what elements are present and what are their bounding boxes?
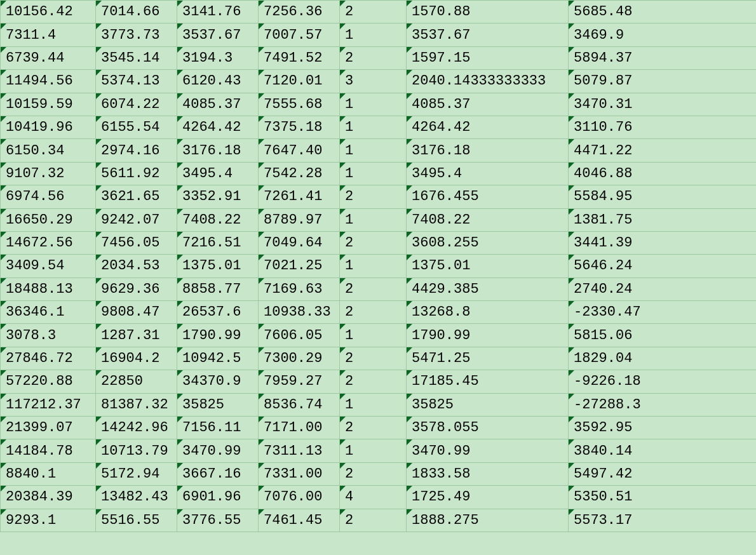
cell[interactable]: 4264.42 bbox=[407, 116, 569, 138]
cell[interactable]: 1375.01 bbox=[177, 255, 259, 278]
cell[interactable]: 1 bbox=[340, 208, 407, 231]
cell[interactable]: 5497.42 bbox=[569, 462, 757, 485]
cell[interactable]: 3773.73 bbox=[96, 23, 177, 46]
cell[interactable]: 13482.43 bbox=[96, 486, 177, 509]
cell[interactable]: 7542.28 bbox=[259, 162, 340, 185]
cell[interactable]: 7647.40 bbox=[259, 139, 340, 162]
cell[interactable]: 3537.67 bbox=[177, 23, 259, 46]
cell[interactable]: 6155.54 bbox=[96, 116, 177, 138]
cell[interactable]: 4 bbox=[340, 486, 407, 509]
cell[interactable]: 7606.05 bbox=[259, 324, 340, 347]
cell[interactable]: 7014.66 bbox=[96, 1, 177, 23]
cell[interactable]: 5815.06 bbox=[569, 324, 757, 347]
cell[interactable]: 8858.77 bbox=[177, 278, 259, 300]
cell[interactable]: 3495.4 bbox=[407, 162, 569, 185]
cell[interactable]: 1 bbox=[340, 439, 407, 462]
cell[interactable]: 3667.16 bbox=[177, 462, 259, 485]
cell[interactable]: 14672.56 bbox=[1, 231, 96, 254]
cell[interactable]: 7491.52 bbox=[259, 46, 340, 69]
cell[interactable]: 1570.88 bbox=[407, 1, 569, 23]
cell[interactable]: 8536.74 bbox=[259, 393, 340, 416]
cell[interactable]: 2974.16 bbox=[96, 139, 177, 162]
cell[interactable]: 1725.49 bbox=[407, 486, 569, 509]
cell[interactable]: 2 bbox=[340, 462, 407, 485]
cell[interactable]: 26537.6 bbox=[177, 301, 259, 324]
cell[interactable]: 7375.18 bbox=[259, 116, 340, 138]
cell[interactable]: 34370.9 bbox=[177, 370, 259, 393]
cell[interactable]: 2 bbox=[340, 46, 407, 69]
cell[interactable]: 36346.1 bbox=[1, 301, 96, 324]
cell[interactable]: 6150.34 bbox=[1, 139, 96, 162]
cell[interactable]: 3176.18 bbox=[407, 139, 569, 162]
cell[interactable]: 7300.29 bbox=[259, 347, 340, 370]
cell[interactable]: 1 bbox=[340, 162, 407, 185]
cell[interactable]: 3578.055 bbox=[407, 417, 569, 439]
cell[interactable]: 7049.64 bbox=[259, 231, 340, 254]
cell[interactable]: 3469.9 bbox=[569, 23, 757, 46]
cell[interactable]: 2 bbox=[340, 185, 407, 208]
cell[interactable]: 9242.07 bbox=[96, 208, 177, 231]
cell[interactable]: 7461.45 bbox=[259, 509, 340, 532]
cell[interactable]: 5350.51 bbox=[569, 486, 757, 509]
cell[interactable]: 5685.48 bbox=[569, 1, 757, 23]
cell[interactable]: 5079.87 bbox=[569, 70, 757, 93]
cell[interactable]: 3441.39 bbox=[569, 231, 757, 254]
cell[interactable]: 10156.42 bbox=[1, 1, 96, 23]
cell[interactable]: 9293.1 bbox=[1, 509, 96, 532]
cell[interactable]: 3840.14 bbox=[569, 439, 757, 462]
cell[interactable]: 7311.13 bbox=[259, 439, 340, 462]
cell[interactable]: 4046.88 bbox=[569, 162, 757, 185]
cell[interactable]: 14242.96 bbox=[96, 417, 177, 439]
cell[interactable]: 20384.39 bbox=[1, 486, 96, 509]
cell[interactable]: 3608.255 bbox=[407, 231, 569, 254]
cell[interactable]: 2 bbox=[340, 1, 407, 23]
cell[interactable]: 7331.00 bbox=[259, 462, 340, 485]
cell[interactable]: 8789.97 bbox=[259, 208, 340, 231]
cell[interactable]: 11494.56 bbox=[1, 70, 96, 93]
cell[interactable]: 2 bbox=[340, 417, 407, 439]
cell[interactable]: 3592.95 bbox=[569, 417, 757, 439]
cell[interactable]: 3352.91 bbox=[177, 185, 259, 208]
cell[interactable]: 6074.22 bbox=[96, 93, 177, 116]
cell[interactable]: 2 bbox=[340, 347, 407, 370]
cell[interactable]: 10938.33 bbox=[259, 301, 340, 324]
cell[interactable]: 5374.13 bbox=[96, 70, 177, 93]
spreadsheet-grid[interactable]: 10156.427014.663141.767256.3621570.88568… bbox=[0, 0, 756, 532]
cell[interactable]: 5584.95 bbox=[569, 185, 757, 208]
cell[interactable]: 2 bbox=[340, 509, 407, 532]
cell[interactable]: 10942.5 bbox=[177, 347, 259, 370]
cell[interactable]: 2 bbox=[340, 370, 407, 393]
cell[interactable]: 7216.51 bbox=[177, 231, 259, 254]
cell[interactable]: 1381.75 bbox=[569, 208, 757, 231]
cell[interactable]: 117212.37 bbox=[1, 393, 96, 416]
cell[interactable]: 9107.32 bbox=[1, 162, 96, 185]
cell[interactable]: 16650.29 bbox=[1, 208, 96, 231]
cell[interactable]: 1 bbox=[340, 116, 407, 138]
cell[interactable]: 3495.4 bbox=[177, 162, 259, 185]
cell[interactable]: 1 bbox=[340, 139, 407, 162]
cell[interactable]: 1 bbox=[340, 93, 407, 116]
cell[interactable]: 5646.24 bbox=[569, 255, 757, 278]
cell[interactable]: 81387.32 bbox=[96, 393, 177, 416]
cell[interactable]: 1676.455 bbox=[407, 185, 569, 208]
cell[interactable]: 7311.4 bbox=[1, 23, 96, 46]
cell[interactable]: -9226.18 bbox=[569, 370, 757, 393]
cell[interactable]: 1 bbox=[340, 393, 407, 416]
cell[interactable]: 22850 bbox=[96, 370, 177, 393]
cell[interactable]: 3078.3 bbox=[1, 324, 96, 347]
cell[interactable]: 5611.92 bbox=[96, 162, 177, 185]
cell[interactable]: 1 bbox=[340, 324, 407, 347]
cell[interactable]: 3621.65 bbox=[96, 185, 177, 208]
cell[interactable]: 7959.27 bbox=[259, 370, 340, 393]
cell[interactable]: 6901.96 bbox=[177, 486, 259, 509]
cell[interactable]: 21399.07 bbox=[1, 417, 96, 439]
cell[interactable]: 27846.72 bbox=[1, 347, 96, 370]
cell[interactable]: 4264.42 bbox=[177, 116, 259, 138]
cell[interactable]: 2040.14333333333 bbox=[407, 70, 569, 93]
cell[interactable]: 2 bbox=[340, 301, 407, 324]
cell[interactable]: 2740.24 bbox=[569, 278, 757, 300]
cell[interactable]: 7169.63 bbox=[259, 278, 340, 300]
cell[interactable]: 1287.31 bbox=[96, 324, 177, 347]
cell[interactable]: 14184.78 bbox=[1, 439, 96, 462]
cell[interactable]: 7261.41 bbox=[259, 185, 340, 208]
